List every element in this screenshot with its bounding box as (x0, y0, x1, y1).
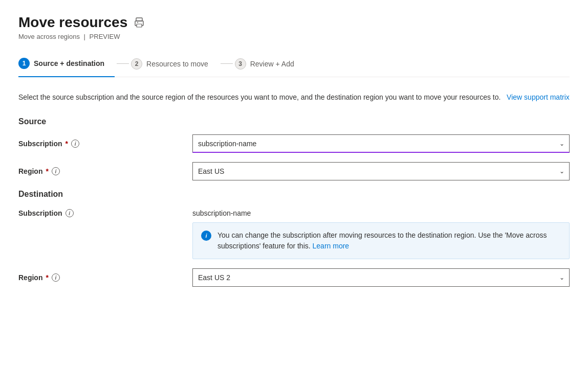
source-section: Source Subscription * i subscription-nam… (18, 117, 570, 180)
svg-rect-2 (137, 24, 142, 27)
preview-badge: PREVIEW (90, 33, 120, 40)
source-region-control: East US East US 2 West US West US 2 Cent… (192, 162, 570, 180)
dest-region-info-icon[interactable]: i (52, 273, 60, 282)
source-sub-info-icon[interactable]: i (71, 140, 79, 148)
dest-subscription-info-box: i You can change the subscription after … (192, 222, 570, 259)
learn-more-link[interactable]: Learn more (313, 242, 350, 250)
step-1-label: Source + destination (34, 59, 104, 67)
source-region-label: Region * i (18, 167, 192, 175)
source-subscription-select[interactable]: subscription-name (192, 134, 570, 153)
step-2-number: 2 (131, 58, 142, 70)
dest-sub-info-icon[interactable]: i (66, 209, 74, 217)
dest-region-required: * (46, 273, 48, 282)
dest-region-row: Region * i East US East US 2 West US Wes… (18, 268, 570, 287)
step-3-label: Review + Add (250, 60, 294, 68)
step-divider-1 (117, 63, 129, 64)
source-subscription-row: Subscription * i subscription-name ⌄ (18, 134, 570, 153)
subtitle-separator: | (84, 33, 85, 40)
description-text: Select the source subscription and the s… (18, 91, 570, 103)
source-subscription-label: Subscription * i (18, 140, 192, 148)
source-region-select-wrapper: East US East US 2 West US West US 2 Cent… (192, 162, 570, 180)
step-1-number: 1 (18, 58, 30, 69)
dest-sub-label-text: Subscription (18, 209, 62, 217)
source-region-label-text: Region (18, 167, 42, 175)
info-box-text: You can change the subscription after mo… (217, 230, 561, 251)
dest-subscription-control: subscription-name i You can change the s… (192, 207, 570, 259)
dest-region-select-wrapper: East US East US 2 West US West US 2 Cent… (192, 268, 570, 287)
source-subscription-select-wrapper: subscription-name ⌄ (192, 134, 570, 153)
source-region-select[interactable]: East US East US 2 West US West US 2 Cent… (192, 162, 570, 180)
info-box-text-before: You can change the subscription after mo… (217, 231, 547, 250)
support-matrix-link[interactable]: View support matrix (507, 93, 570, 101)
page-header: Move resources Move across regions | PRE… (18, 14, 570, 40)
source-region-row: Region * i East US East US 2 West US Wes… (18, 162, 570, 180)
svg-rect-3 (137, 22, 138, 23)
wizard-steps: 1 Source + destination 2 Resources to mo… (18, 53, 570, 77)
dest-subscription-label: Subscription i (18, 207, 192, 217)
destination-section-title: Destination (18, 190, 570, 199)
page-container: Move resources Move across regions | PRE… (0, 0, 588, 389)
source-sub-required: * (66, 140, 68, 148)
print-icon[interactable] (134, 17, 145, 28)
step-divider-2 (221, 63, 233, 64)
source-section-title: Source (18, 117, 570, 126)
dest-region-label: Region * i (18, 273, 192, 282)
page-subtitle: Move across regions | PREVIEW (18, 33, 570, 40)
dest-region-label-text: Region (18, 273, 42, 282)
step-2-label: Resources to move (146, 60, 208, 68)
source-sub-label-text: Subscription (18, 140, 62, 148)
description-before: Select the source subscription and the s… (18, 93, 500, 101)
dest-subscription-row: Subscription i subscription-name i You c… (18, 207, 570, 259)
source-subscription-control: subscription-name ⌄ (192, 134, 570, 153)
title-row: Move resources (18, 14, 570, 31)
source-region-info-icon[interactable]: i (52, 167, 60, 175)
step-1[interactable]: 1 Source + destination (18, 53, 115, 77)
dest-region-select[interactable]: East US East US 2 West US West US 2 Cent… (192, 268, 570, 287)
destination-section: Destination Subscription i subscription-… (18, 190, 570, 287)
step-3-number: 3 (235, 58, 246, 70)
step-2[interactable]: 2 Resources to move (131, 53, 219, 77)
step-3[interactable]: 3 Review + Add (235, 53, 304, 77)
dest-subscription-value: subscription-name (192, 209, 251, 217)
svg-rect-0 (136, 18, 142, 21)
page-title: Move resources (18, 14, 127, 31)
source-region-required: * (46, 167, 48, 175)
subtitle-text: Move across regions (18, 33, 80, 40)
dest-region-control: East US East US 2 West US West US 2 Cent… (192, 268, 570, 287)
info-box-icon: i (201, 231, 211, 241)
